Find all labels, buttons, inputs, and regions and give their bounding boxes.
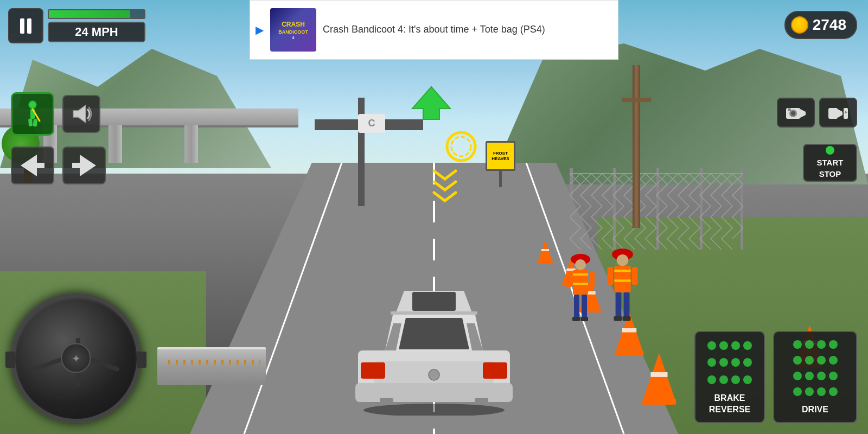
svg-rect-64	[391, 311, 477, 315]
svg-rect-42	[624, 292, 630, 318]
svg-point-62	[429, 369, 439, 380]
svg-point-37	[617, 254, 629, 266]
frost-heaves-sign: FROSTHEAVES	[486, 141, 515, 187]
svg-rect-68	[28, 118, 33, 126]
player-car	[342, 275, 526, 418]
svg-point-74	[788, 108, 791, 111]
svg-rect-8	[538, 261, 553, 264]
svg-rect-75	[828, 108, 838, 119]
svg-rect-59	[355, 383, 513, 402]
svg-rect-28	[573, 273, 588, 276]
svg-rect-44	[623, 316, 631, 321]
svg-point-6	[451, 137, 471, 156]
svg-rect-63	[412, 292, 456, 311]
camera-button-2[interactable]	[819, 98, 857, 127]
worker-1	[564, 253, 597, 326]
svg-marker-76	[838, 109, 843, 118]
nav-arrow	[410, 84, 453, 124]
svg-rect-17	[615, 351, 644, 356]
coin-count: 2748	[813, 16, 846, 34]
direction-chevrons	[431, 168, 458, 208]
horn-button[interactable]	[62, 95, 100, 133]
coin-counter: 2748	[784, 11, 857, 39]
fence	[570, 168, 743, 250]
svg-rect-56	[361, 362, 385, 379]
svg-rect-9	[541, 249, 549, 251]
worker-2	[605, 247, 640, 326]
svg-rect-31	[582, 295, 587, 319]
drive-label: DRIVE	[802, 404, 828, 416]
svg-rect-18	[622, 328, 636, 333]
svg-rect-57	[483, 362, 507, 379]
svg-rect-33	[580, 317, 588, 321]
brake-reverse-button[interactable]: BRAKE REVERSE	[694, 331, 765, 423]
svg-rect-43	[614, 316, 622, 321]
svg-point-65	[29, 101, 36, 108]
health-bar-container	[48, 9, 145, 19]
steering-wheel-logo: ✦	[72, 352, 81, 365]
svg-rect-35	[589, 271, 595, 288]
svg-point-26	[575, 259, 586, 270]
ad-banner[interactable]: ▶ CRASH BANDICOOT 4 Crash Bandicoot 4: I…	[250, 0, 618, 60]
barrier-wall	[157, 347, 266, 385]
speed-display: 24 MPH	[48, 22, 145, 42]
checkpoint	[445, 130, 477, 165]
svg-rect-45	[608, 267, 614, 285]
health-bar	[49, 10, 130, 18]
drive-button[interactable]: DRIVE	[773, 331, 857, 423]
cone-5	[640, 350, 678, 407]
svg-rect-60	[380, 398, 393, 403]
svg-marker-73	[800, 109, 806, 118]
cone-1	[537, 239, 553, 266]
svg-rect-29	[573, 283, 588, 285]
game-viewport: C FROSTHEAVES	[0, 0, 868, 434]
brake-dots	[701, 332, 758, 393]
seatbelt-button[interactable]	[11, 92, 54, 136]
svg-rect-32	[572, 317, 580, 321]
start-stop-button[interactable]: STARTSTOP	[803, 144, 857, 182]
svg-rect-69	[33, 119, 37, 127]
ad-play-icon: ▶	[256, 23, 264, 36]
brake-reverse-label: BRAKE REVERSE	[695, 393, 764, 416]
turn-right-button[interactable]	[62, 146, 106, 184]
pause-button[interactable]	[8, 8, 43, 43]
svg-rect-20	[642, 399, 676, 405]
ad-thumbnail: CRASH BANDICOOT 4	[270, 8, 316, 52]
turn-left-button[interactable]	[11, 146, 54, 184]
svg-rect-21	[650, 372, 667, 377]
drive-dots	[787, 332, 844, 404]
svg-rect-41	[616, 292, 622, 318]
svg-rect-40	[614, 279, 630, 282]
coin-icon	[791, 16, 808, 34]
svg-rect-39	[614, 270, 630, 272]
svg-rect-30	[574, 295, 579, 319]
ad-text: Crash Bandicoot 4: It's about time + Tot…	[323, 23, 612, 36]
hud-top-left: 24 MPH	[8, 8, 145, 43]
svg-rect-46	[632, 267, 638, 285]
svg-rect-34	[566, 271, 572, 288]
svg-marker-4	[412, 87, 450, 119]
utility-pole	[633, 65, 640, 228]
start-stop-indicator	[826, 146, 834, 155]
steering-wheel: ✦	[11, 293, 141, 423]
svg-rect-61	[475, 398, 488, 403]
gantry: C	[315, 119, 423, 130]
camera-controls	[777, 98, 857, 127]
start-stop-label: STARTSTOP	[817, 157, 844, 180]
svg-point-53	[363, 404, 505, 416]
camera-button-1[interactable]	[777, 98, 815, 127]
svg-point-72	[791, 111, 795, 116]
